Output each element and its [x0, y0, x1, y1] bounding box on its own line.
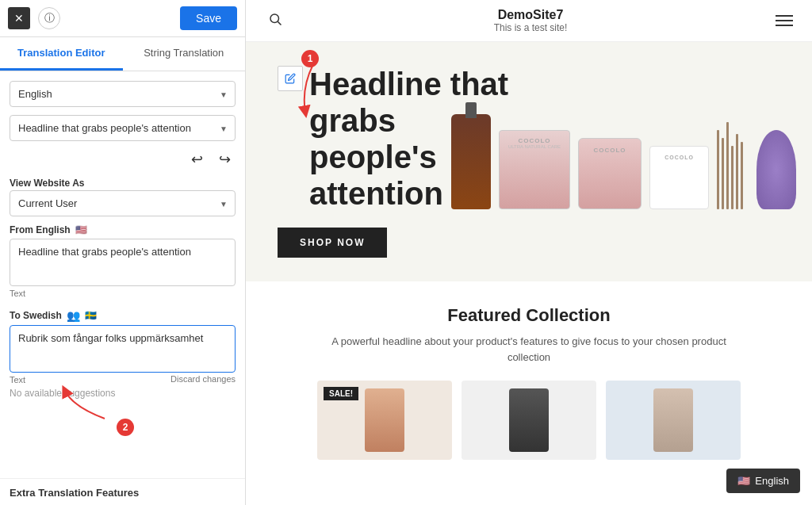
to-swedish-label-left: To Swedish 👥 🇸🇪	[10, 309, 97, 322]
right-panel: DemoSite7 This is a test site! 1	[246, 0, 812, 505]
site-subtitle: This is a test site!	[289, 22, 772, 33]
hamburger-line	[776, 15, 793, 17]
hamburger-line	[776, 25, 793, 26]
product-card-2-image	[462, 381, 596, 460]
suggestions-text: No available suggestions	[10, 388, 236, 399]
to-swedish-label: To Swedish	[10, 310, 62, 321]
people-icon: 👥	[67, 309, 80, 322]
from-english-label: From English	[10, 224, 71, 235]
site-name: DemoSite7	[289, 8, 772, 22]
hero-headline: Headline that grabs people's attention	[309, 66, 554, 228]
from-english-label-left: From English 🇺🇸	[10, 224, 87, 235]
annotation-1-area: 1	[301, 50, 319, 67]
tabs: Translation Editor String Translation	[0, 37, 245, 71]
to-swedish-label-row: To Swedish 👥 🇸🇪	[10, 309, 236, 322]
undo-button[interactable]: ↩	[186, 149, 208, 170]
hero-headline-text: Headline that grabs people's attention	[309, 66, 554, 212]
redo-button[interactable]: ↪	[214, 149, 236, 170]
language-selector[interactable]: English Swedish French German	[10, 81, 236, 107]
string-select[interactable]: Headline that grabs people's attention S…	[10, 115, 236, 141]
hamburger-line	[776, 20, 793, 21]
product-card-2	[462, 381, 596, 460]
undo-redo-bar: ↩ ↪	[10, 149, 236, 170]
lavender-bunch	[756, 130, 796, 209]
to-swedish-textarea[interactable]: Rubrik som fångar folks uppmärksamhet	[10, 325, 236, 373]
top-bar: ✕ ⓘ Save	[0, 0, 245, 37]
from-english-hint: Text	[10, 289, 236, 298]
from-english-textarea[interactable]: Headline that grabs people's attention	[10, 239, 236, 286]
product-jar-medium: COCOLO	[649, 146, 709, 209]
to-swedish-hint: Text	[10, 375, 25, 384]
badge-2-label: 2	[117, 419, 134, 436]
left-panel: ✕ ⓘ Save Translation Editor String Trans…	[0, 0, 246, 505]
product-sticks	[717, 122, 749, 209]
search-button[interactable]	[262, 9, 289, 33]
card2-product-img	[509, 388, 549, 452]
featured-description: A powerful headline about your product's…	[331, 334, 727, 365]
string-selector[interactable]: Headline that grabs people's attention S…	[10, 115, 236, 141]
save-button[interactable]: Save	[180, 6, 237, 30]
site-header: DemoSite7 This is a test site!	[246, 0, 812, 42]
product-card-1: SALE!	[317, 381, 452, 460]
featured-title: Featured Collection	[262, 305, 796, 326]
arrow-svg-1	[297, 64, 345, 120]
panel-content: English Swedish French German Headline t…	[0, 71, 245, 432]
cocolo-label-3: COCOLO	[650, 147, 708, 160]
hamburger-button[interactable]	[772, 12, 796, 29]
tab-string-translation[interactable]: String Translation	[123, 37, 246, 71]
pencil-icon	[285, 73, 296, 84]
close-button[interactable]: ✕	[8, 7, 30, 29]
lang-flag-icon: 🇺🇸	[737, 475, 750, 487]
info-button[interactable]: ⓘ	[38, 7, 60, 29]
product-card-3-image	[606, 381, 741, 460]
search-icon	[268, 12, 282, 26]
site-title-area: DemoSite7 This is a test site!	[289, 8, 772, 33]
cocolo-label-2: COCOLO	[579, 139, 641, 154]
lang-button-label: English	[755, 475, 789, 487]
view-website-as-group: View Website As Current User Guest Admin	[10, 178, 236, 216]
discard-changes-link[interactable]: Discard changes	[170, 374, 236, 384]
shop-now-button[interactable]: SHOP NOW	[278, 228, 387, 258]
extra-features-header: Extra Translation Features	[0, 478, 245, 505]
view-as-selector[interactable]: Current User Guest Admin	[10, 190, 236, 216]
view-website-label: View Website As	[10, 178, 236, 189]
svg-point-0	[270, 14, 279, 23]
us-flag-icon: 🇺🇸	[75, 224, 87, 235]
product-card-3	[606, 381, 741, 460]
from-english-label-row: From English 🇺🇸	[10, 224, 236, 235]
card1-product-img	[365, 388, 404, 452]
language-select[interactable]: English Swedish French German	[10, 81, 236, 107]
view-as-select[interactable]: Current User Guest Admin	[10, 190, 236, 216]
hero-section: 1	[246, 42, 812, 281]
from-english-group: From English 🇺🇸 Headline that grabs peop…	[10, 224, 236, 298]
to-swedish-group: To Swedish 👥 🇸🇪 Rubrik som fångar folks …	[10, 309, 236, 423]
products-grid: SALE!	[262, 381, 796, 460]
sale-badge: SALE!	[324, 387, 358, 400]
featured-collection: Featured Collection A powerful headline …	[246, 281, 812, 476]
arrow-svg-2	[57, 383, 121, 423]
tab-translation-editor[interactable]: Translation Editor	[0, 37, 123, 71]
product-tall-jar: COCOLO	[578, 138, 642, 209]
svg-line-1	[278, 21, 281, 25]
card3-product-img	[653, 388, 693, 452]
main-content: 1	[246, 42, 812, 505]
se-flag-icon: 🇸🇪	[85, 310, 97, 321]
language-button[interactable]: 🇺🇸 English	[726, 469, 800, 493]
